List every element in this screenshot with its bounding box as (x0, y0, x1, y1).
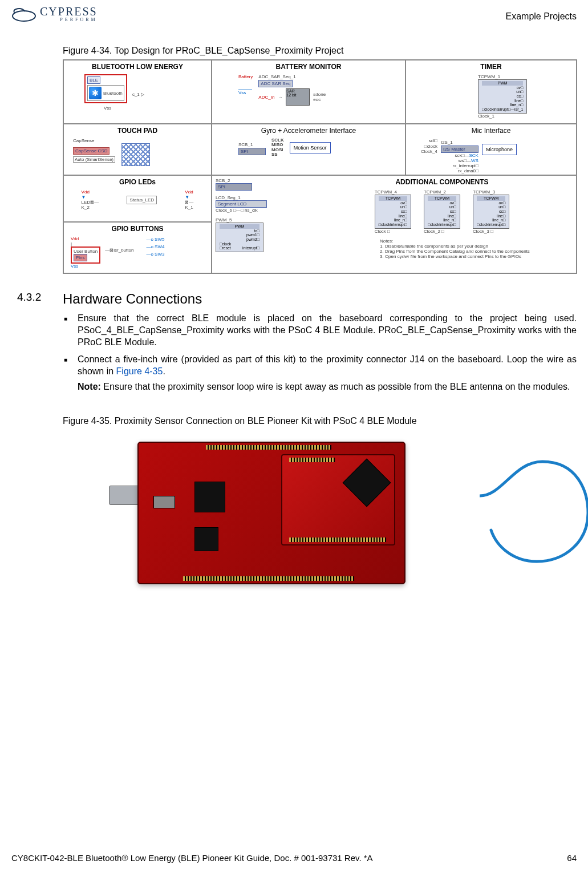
bullet-1: Ensure that the correct BLE module is pl… (78, 313, 577, 348)
vss-label-2: Vss (238, 90, 252, 95)
figure-35-photo (63, 433, 577, 593)
note-1: 1. Disable/Enable the components as per … (380, 244, 573, 249)
cell-title-additional: ADDITIONAL COMPONENTS (311, 178, 573, 186)
pwm5-block: PWM tc□ pwm1□ pwm2□ □clock □reset interr… (216, 223, 263, 252)
logo-icon (11, 6, 37, 23)
logo-word: CYPRESS (40, 6, 98, 17)
header-section-label: Example Projects (506, 11, 577, 22)
ble-module-icon (281, 454, 395, 545)
touchpad-hatched-icon (121, 143, 150, 166)
ble-redbox: BLE ✱ Bluetooth (84, 74, 127, 103)
note-label: Note: (78, 382, 103, 391)
note-text: Ensure that the proximity sensor loop wi… (103, 382, 570, 391)
cell-title-gyro: Gyro + Accelerometer Interface (216, 127, 402, 135)
logo-tagline: PERFORM (60, 18, 97, 22)
page-footer: CY8CKIT-042-BLE Bluetooth® Low Energy (B… (11, 853, 577, 863)
tcpwm1-label: TCPWM_1 (478, 74, 573, 79)
bluetooth-icon: ✱ (89, 87, 102, 99)
pwm-block-1: PWM ov□ un□ cc□ line□ line_n□ □clock int… (478, 79, 527, 114)
i2s-label: I2S_1 (441, 140, 453, 145)
motion-sensor-box: Motion Sensor (290, 142, 331, 153)
microphone-box: Microphone (482, 144, 517, 155)
figure-34-caption: Figure 4-34. Top Design for PRoC_BLE_Cap… (63, 46, 577, 56)
figure-34-schematic: BLUETOOTH LOW ENERGY BLE ✱ Bluetooth c_1… (63, 59, 577, 274)
clock1-label: Clock_1 (478, 114, 573, 119)
lcd-seg: LCD_Seg_1 (216, 195, 301, 200)
adc-sar-seq-label: ADC SAR Seq (258, 80, 293, 87)
adc-seq-label: ADC_SAR_Seq_1 (258, 74, 326, 79)
sar-block: SAR 12 bit (286, 88, 310, 106)
pioneer-baseboard-icon (137, 442, 405, 584)
tcpwm2-block: TCPWM ov□ un□ cc□ line□ line_n□ □clock i… (424, 195, 460, 229)
cell-title-ble: BLUETOOTH LOW ENERGY (67, 63, 208, 71)
figure-35-caption: Figure 4-35. Proximity Sensor Connection… (63, 416, 577, 426)
scb1: SCB_1 (238, 142, 253, 147)
user-button-box: User Button Pins (71, 246, 100, 264)
notes-title: Notes: (380, 239, 573, 244)
tcpwm4-block: TCPWM ov□ un□ cc□ line□ line_n□ □clock i… (375, 195, 411, 229)
usb-cable-icon (109, 486, 140, 505)
ble-box-label: BLE (87, 76, 100, 84)
adc-in: ADC_In (258, 95, 274, 100)
note-3: 3. Open cydwr file from the workspace an… (380, 254, 573, 259)
cypress-logo: CYPRESS PERFORM (11, 6, 98, 23)
capsense-mode: Auto (SmartSense) (73, 156, 115, 163)
cell-title-touchpad: TOUCH PAD (67, 127, 208, 135)
proximity-wire-icon (480, 456, 589, 564)
capsense-label: CapSense (73, 138, 208, 143)
spi-block: SPI (238, 148, 266, 155)
capsense-csd: CapSense CSD (73, 147, 110, 155)
footer-doc-id: CY8CKIT-042-BLE Bluetooth® Low Energy (B… (11, 853, 373, 863)
svg-point-0 (13, 11, 35, 21)
note-2: 2. Drag Pins from the Component Catalog … (380, 249, 573, 254)
vss-label: Vss (104, 106, 208, 111)
segment-lcd: Segment LCD (216, 200, 267, 208)
status-led: Status_LED (127, 196, 157, 204)
page-header: CYPRESS PERFORM Example Projects (11, 6, 577, 23)
section-title: Hardware Connections (63, 291, 202, 307)
figure-435-link[interactable]: Figure 4-35 (116, 366, 163, 376)
pwm5: PWM_5 (216, 217, 301, 223)
cell-title-mic: Mic Interface (409, 127, 573, 135)
bullet-2: Connect a five-inch wire (provided as pa… (78, 354, 577, 393)
bullet-list: Ensure that the correct BLE module is pl… (63, 313, 577, 393)
i2s-master: I2S Master (441, 146, 478, 153)
bluetooth-word: Bluetooth (103, 91, 123, 96)
cell-title-battery: BATTERY MONITOR (216, 63, 402, 71)
cell-title-timer: TIMER (409, 63, 573, 71)
sdone: sdone (313, 92, 326, 97)
tcpwm3-block: TCPWM ov□ un□ cc□ line□ line_n□ □clock i… (473, 195, 509, 229)
battery-label: Battery (238, 74, 253, 79)
spi-block-2: SPI (216, 183, 252, 191)
footer-page-number: 64 (567, 853, 577, 863)
cell-title-leds: GPIO LEDs (67, 178, 208, 186)
section-number: 4.3.2 (17, 291, 46, 307)
eoc: eoc (313, 97, 321, 102)
scb2: SCB_2 (216, 178, 301, 183)
cell-title-buttons: GPIO BUTTONS (67, 225, 208, 233)
